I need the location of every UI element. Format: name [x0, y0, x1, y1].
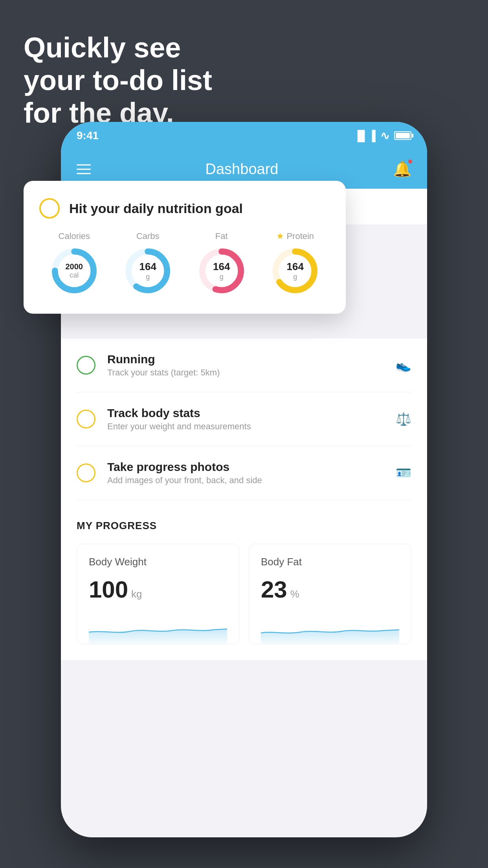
- fat-label: Fat: [215, 231, 228, 241]
- todo-text-photos: Take progress photos Add images of your …: [107, 460, 384, 485]
- todo-name-photos: Take progress photos: [107, 460, 384, 474]
- calories-label: Calories: [58, 231, 90, 241]
- body-weight-value: 100: [89, 576, 128, 603]
- todo-item-stats[interactable]: Track body stats Enter your weight and m…: [77, 392, 411, 446]
- star-icon: ★: [276, 231, 284, 241]
- protein-unit: g: [293, 273, 297, 281]
- body-weight-title: Body Weight: [89, 556, 227, 568]
- nutrition-row: Calories 2000 cal Carbs: [39, 231, 330, 296]
- protein-value: 164: [287, 261, 304, 273]
- body-fat-title: Body Fat: [261, 556, 399, 568]
- fat-value: 164: [213, 261, 230, 273]
- progress-title: MY PROGRESS: [77, 520, 411, 532]
- nutrition-fat: Fat 164 g: [196, 231, 247, 296]
- body-fat-chart: [261, 612, 399, 644]
- todo-text-running: Running Track your stats (target: 5km): [107, 353, 384, 378]
- carbs-unit: g: [146, 273, 150, 281]
- card-title: Hit your daily nutrition goal: [69, 201, 243, 216]
- todo-text-stats: Track body stats Enter your weight and m…: [107, 406, 384, 432]
- todo-desc-photos: Add images of your front, back, and side: [107, 475, 384, 485]
- body-fat-value: 23: [261, 576, 287, 603]
- todo-circle-stats: [77, 410, 95, 428]
- calories-unit: cal: [70, 271, 79, 279]
- todo-item-photos[interactable]: Take progress photos Add images of your …: [77, 446, 411, 500]
- body-weight-chart: [89, 612, 227, 644]
- body-weight-unit: kg: [131, 588, 142, 600]
- nutrition-carbs: Carbs 164 g: [122, 231, 173, 296]
- todo-list: Running Track your stats (target: 5km) 👟…: [61, 338, 427, 500]
- carbs-donut: 164 g: [122, 245, 173, 296]
- todo-item-running[interactable]: Running Track your stats (target: 5km) 👟: [77, 338, 411, 392]
- todo-name-running: Running: [107, 353, 384, 366]
- nutrition-protein: ★ Protein 164 g: [270, 231, 321, 296]
- body-weight-card[interactable]: Body Weight 100 kg: [77, 544, 239, 644]
- bell-button[interactable]: 🔔: [393, 160, 411, 178]
- todo-desc-running: Track your stats (target: 5km): [107, 368, 384, 378]
- progress-cards: Body Weight 100 kg: [77, 544, 411, 644]
- fat-donut: 164 g: [196, 245, 247, 296]
- todo-circle-running: [77, 356, 95, 375]
- body-fat-card[interactable]: Body Fat 23 %: [249, 544, 411, 644]
- carbs-label: Carbs: [136, 231, 160, 241]
- body-fat-unit: %: [290, 588, 299, 600]
- calories-value: 2000: [66, 262, 83, 271]
- todo-circle-photos: [77, 463, 95, 482]
- fat-unit: g: [220, 273, 224, 281]
- todo-name-stats: Track body stats: [107, 406, 384, 420]
- calories-donut: 2000 cal: [49, 245, 100, 296]
- wifi-icon: ∿: [380, 129, 389, 142]
- nutrition-calories: Calories 2000 cal: [49, 231, 100, 296]
- notification-dot: [407, 159, 413, 164]
- todo-desc-stats: Enter your weight and measurements: [107, 421, 384, 432]
- scale-icon: ⚖️: [396, 412, 411, 427]
- floating-card: Hit your daily nutrition goal Calories 2…: [24, 181, 346, 314]
- status-icons: ▐▌▐ ∿: [354, 129, 411, 142]
- headline: Quickly see your to-do list for the day.: [24, 31, 212, 129]
- carbs-value: 164: [139, 261, 156, 273]
- battery-icon: [394, 131, 411, 140]
- body-fat-value-row: 23 %: [261, 576, 399, 603]
- photo-icon: 🪪: [396, 465, 411, 480]
- status-bar: 9:41 ▐▌▐ ∿: [61, 122, 427, 149]
- progress-section: MY PROGRESS Body Weight 100 kg: [61, 500, 427, 660]
- signal-icon: ▐▌▐: [354, 130, 376, 142]
- header-title: Dashboard: [205, 161, 279, 178]
- protein-donut: 164 g: [270, 245, 321, 296]
- card-check-circle[interactable]: [39, 198, 60, 219]
- status-time: 9:41: [77, 129, 99, 142]
- hamburger-menu[interactable]: [77, 164, 91, 174]
- body-weight-value-row: 100 kg: [89, 576, 227, 603]
- running-icon: 👟: [396, 358, 411, 373]
- protein-label: ★ Protein: [276, 231, 314, 241]
